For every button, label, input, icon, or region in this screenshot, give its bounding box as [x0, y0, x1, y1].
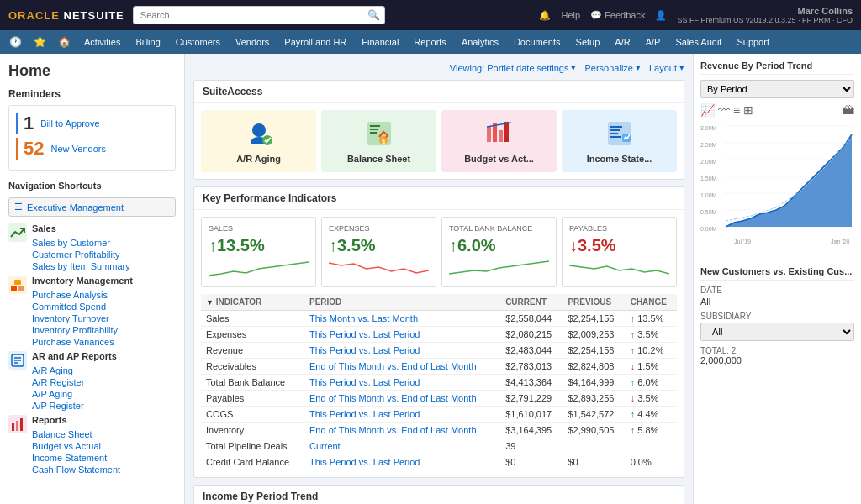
inventory-profitability[interactable]: Inventory Profitability	[32, 324, 133, 336]
table-row: Expenses This Period vs. Last Period $2,…	[201, 327, 677, 343]
sales-by-item-summary[interactable]: Sales by Item Summary	[32, 260, 130, 272]
chart-wave-icon[interactable]: 〰	[718, 103, 730, 117]
period-cell[interactable]: This Period vs. Last Period	[304, 375, 500, 391]
reminder-bill-label[interactable]: Bill to Approve	[40, 118, 99, 129]
kpi-card-sales: SALES ↑13.5%	[201, 217, 316, 287]
feedback-link[interactable]: 💬 Feedback	[590, 10, 645, 21]
bell-icon[interactable]: 🔔	[539, 10, 551, 21]
committed-spend[interactable]: Committed Spend	[32, 301, 133, 312]
period-cell[interactable]: Current	[304, 438, 500, 454]
shortcut-inventory-group: Inventory Management Purchase Analysis C…	[8, 276, 176, 348]
svg-text:$: $	[382, 138, 386, 145]
viewing-portlet-link[interactable]: Viewing: Portlet date settings ▾	[450, 62, 577, 73]
content-area: Home Reminders 1 Bill to Approve 52 New …	[0, 54, 861, 504]
layout-link[interactable]: Layout ▾	[649, 62, 684, 73]
nav-reports[interactable]: Reports	[407, 34, 453, 50]
budget-vs-actual-link[interactable]: Budget vs Actual	[32, 440, 120, 452]
reports-icon	[8, 415, 27, 433]
period-cell[interactable]: End of This Month vs. End of Last Month	[304, 391, 500, 407]
nav-customers[interactable]: Customers	[169, 34, 227, 50]
nav-support[interactable]: Support	[730, 34, 776, 50]
inventory-turnover[interactable]: Inventory Turnover	[32, 312, 133, 324]
nav-billing[interactable]: Billing	[129, 34, 166, 50]
nav-vendors[interactable]: Vendors	[229, 34, 276, 50]
nav-payroll[interactable]: Payroll and HR	[277, 34, 353, 50]
period-cell[interactable]: This Period vs. Last Period	[304, 454, 500, 470]
period-select[interactable]: By Period	[700, 80, 854, 98]
period-cell[interactable]: This Month vs. Last Month	[304, 311, 500, 327]
suite-card-budget[interactable]: Budget vs Act...	[441, 110, 557, 172]
ar-register[interactable]: A/R Register	[32, 376, 117, 388]
svg-text:0.00M: 0.00M	[700, 226, 717, 232]
kpi-label-expenses: EXPENSES	[329, 224, 429, 233]
subsidiary-field-label: SUBSIDIARY	[700, 312, 854, 321]
purchase-analysis[interactable]: Purchase Analysis	[32, 289, 133, 301]
nav-financial[interactable]: Financial	[355, 34, 405, 50]
purchase-variances[interactable]: Purchase Variances	[32, 336, 133, 348]
period-cell[interactable]: End of This Month vs. End of Last Month	[304, 423, 500, 438]
sales-group-title: Sales	[32, 223, 130, 234]
svg-text:2.50M: 2.50M	[700, 142, 717, 148]
help-link[interactable]: Help	[561, 10, 580, 20]
table-row: Revenue This Period vs. Last Period $2,4…	[201, 343, 677, 359]
nav-setup[interactable]: Setup	[569, 34, 607, 50]
balance-sheet-link[interactable]: Balance Sheet	[32, 428, 120, 440]
period-cell[interactable]: This Period vs. Last Period	[304, 327, 500, 343]
period-cell[interactable]: End of This Month vs. End of Last Month	[304, 359, 500, 375]
suite-card-balance-sheet[interactable]: $ Balance Sheet	[321, 110, 436, 172]
home-icon[interactable]: 🏠	[53, 33, 76, 51]
logo-netsuite: NETSUITE	[60, 9, 124, 22]
svg-rect-22	[487, 127, 491, 142]
nav-ar[interactable]: A/R	[608, 34, 637, 50]
period-cell[interactable]: This Period vs. Last Period	[304, 343, 500, 359]
menu-icon: ☰	[14, 202, 23, 213]
table-row: Sales This Month vs. Last Month $2,558,0…	[201, 311, 677, 327]
kpi-value-bank: ↑6.0%	[449, 236, 549, 255]
sidebar: Home Reminders 1 Bill to Approve 52 New …	[0, 54, 185, 504]
sales-by-customer[interactable]: Sales by Customer	[32, 237, 130, 249]
ar-aging[interactable]: A/R Aging	[32, 365, 117, 376]
viewing-bar: Viewing: Portlet date settings ▾ Persona…	[193, 62, 684, 73]
kpi-card-bank: TOTAL BANK BALANCE ↑6.0%	[441, 217, 557, 287]
ap-register[interactable]: A/P Register	[32, 400, 117, 412]
suite-card-income[interactable]: Income State...	[562, 110, 677, 172]
kpi-portlet: Key Performance Indicators SALES ↑13.5%	[193, 186, 684, 478]
chart-bar-icon[interactable]: ≡	[733, 103, 740, 117]
chart-type-icon[interactable]: ⊞	[743, 103, 753, 117]
income-icon	[605, 118, 635, 149]
chart-area-icon[interactable]: 🏔	[843, 103, 854, 117]
chart-line-icon[interactable]: 📈	[700, 103, 715, 117]
th-change: CHANGE	[626, 294, 677, 311]
change-cell: ↑ 6.0%	[626, 375, 677, 391]
search-input[interactable]	[133, 6, 385, 24]
kpi-sparkline-sales	[209, 259, 309, 280]
ap-aging[interactable]: A/P Aging	[32, 388, 117, 400]
svg-rect-4	[14, 280, 21, 285]
income-statement-link[interactable]: Income Statement	[32, 452, 120, 464]
nav-ap[interactable]: A/P	[639, 34, 668, 50]
nav-documents[interactable]: Documents	[507, 34, 568, 50]
change-cell: ↑ 13.5%	[626, 311, 677, 327]
nav-activities[interactable]: Activities	[77, 34, 127, 50]
svg-text:1.00M: 1.00M	[700, 192, 717, 198]
suite-card-ar-aging[interactable]: A/R Aging	[201, 110, 316, 172]
nav-sales-audit[interactable]: Sales Audit	[668, 34, 728, 50]
period-cell[interactable]: This Period vs. Last Period	[304, 407, 500, 423]
change-cell: ↑ 3.5%	[626, 327, 677, 343]
top-right-icons: 🔔 Help 💬 Feedback 👤 Marc Collins SS FF P…	[539, 6, 853, 24]
personalize-link[interactable]: Personalize ▾	[584, 62, 640, 73]
exec-mgmt-button[interactable]: ☰ Executive Management	[8, 197, 176, 217]
customer-profitability[interactable]: Customer Profitability	[32, 249, 130, 260]
favorites-icon[interactable]: ⭐	[29, 33, 51, 51]
reminder-vendors-label[interactable]: New Vendors	[50, 144, 105, 154]
nav-analytics[interactable]: Analytics	[455, 34, 505, 50]
previous-cell: $2,254,156	[563, 311, 625, 327]
recent-icon[interactable]: 🕐	[4, 33, 27, 51]
inventory-links: Inventory Management Purchase Analysis C…	[32, 276, 133, 348]
subsidiary-select[interactable]: - All -	[700, 323, 854, 341]
shortcut-sales-group: Sales Sales by Customer Customer Profita…	[8, 223, 176, 272]
right-panel: Revenue By Period Trend By Period 📈 〰 ≡ …	[693, 54, 861, 504]
date-field-value: All	[700, 297, 854, 307]
cash-flow-link[interactable]: Cash Flow Statement	[32, 464, 120, 475]
svg-rect-11	[12, 423, 14, 431]
